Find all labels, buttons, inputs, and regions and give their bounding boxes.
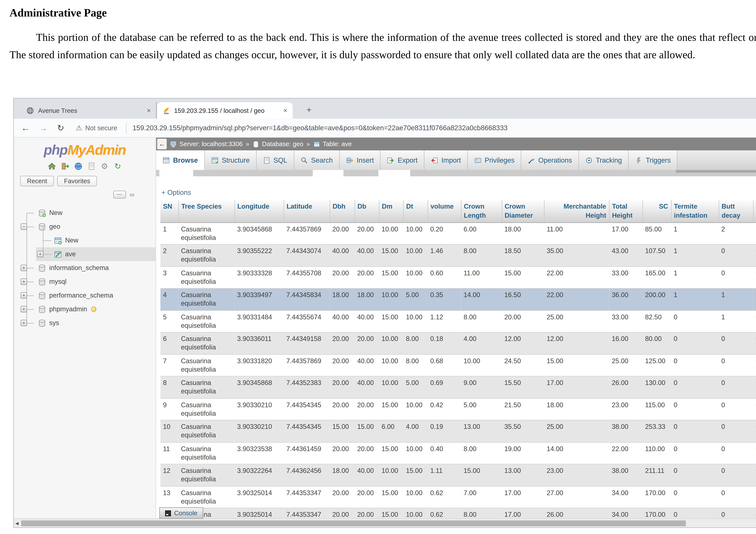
table-row[interactable]: 3Casuarina equisetifolia3.903333287.4435… — [160, 267, 756, 288]
scroll-left-icon[interactable]: ◀ — [15, 521, 19, 526]
cell: 8.00 — [403, 332, 428, 354]
table-row[interactable]: 4Casuarina equisetifolia3.903394977.4434… — [160, 288, 756, 310]
table-row[interactable]: 9Casuarina equisetifolia3.903302107.4435… — [160, 398, 756, 420]
close-tab-icon[interactable]: × — [146, 106, 152, 115]
table-row[interactable]: 2Casuarina equisetifolia3.903552227.4434… — [160, 244, 756, 266]
logout-icon[interactable] — [60, 161, 69, 171]
cell: 22.00 — [609, 442, 643, 464]
column-header-sc[interactable]: SC — [642, 200, 671, 222]
column-header-dbh[interactable]: Dbh — [330, 200, 355, 222]
column-header-merchantable-height[interactable]: Merchantable Height — [544, 200, 609, 222]
sidebar-item-mysql[interactable]: +mysql — [14, 275, 156, 289]
table-row[interactable]: 10Casuarina equisetifolia3.903302107.443… — [160, 420, 756, 442]
cell: 15.00 — [379, 398, 403, 420]
forward-icon[interactable]: → — [39, 123, 48, 133]
table-row[interactable]: 8Casuarina equisetifolia3.903458687.4435… — [160, 376, 756, 398]
sidebar-item-new[interactable]: New — [14, 234, 156, 247]
tab-import[interactable]: Import — [424, 150, 468, 170]
frame-back-icon[interactable]: ← — [157, 139, 167, 149]
table-row[interactable]: 1Casuarina equisetifolia3.903458687.4435… — [160, 222, 756, 244]
tab-privileges[interactable]: Privileges — [468, 150, 522, 170]
column-header-dt[interactable]: Dt — [403, 200, 428, 222]
cell: 7.44354345 — [284, 398, 330, 420]
globe-icon[interactable] — [74, 161, 83, 171]
browser-tab-phpmyadmin[interactable]: PMA 159.203.29.155 / localhost / geo × — [157, 102, 293, 119]
expand-icon[interactable]: + — [21, 265, 27, 271]
operations-icon — [528, 156, 535, 164]
tab-export[interactable]: Export — [381, 150, 424, 170]
recent-button[interactable]: Recent — [20, 176, 54, 186]
column-header-latitude[interactable]: Latitude — [284, 200, 330, 222]
new-tab-button[interactable]: + — [302, 103, 316, 117]
table-row[interactable]: 13Casuarina equisetifolia3.903250147.443… — [160, 486, 756, 508]
tab-operations[interactable]: Operations — [521, 150, 579, 170]
home-icon[interactable] — [47, 161, 56, 171]
table-row[interactable]: 7Casuarina equisetifolia3.903318207.4435… — [160, 354, 756, 376]
table-crumb-icon — [313, 141, 320, 148]
collapse-icon[interactable]: − — [21, 223, 27, 230]
table-row[interactable]: 6Casuarina equisetifolia3.903360117.4434… — [160, 332, 756, 354]
sidebar-item-ave[interactable]: +ave — [14, 247, 156, 261]
tab-search[interactable]: Search — [294, 150, 340, 170]
tab-structure[interactable]: Structure — [205, 150, 256, 170]
column-header-longitude[interactable]: Longitude — [234, 200, 284, 222]
expand-icon[interactable]: + — [21, 320, 27, 326]
console-button[interactable]: Console — [159, 507, 203, 519]
collapse-all-button[interactable]: — — [113, 191, 126, 199]
settings-icon[interactable]: ⚙ — [100, 161, 109, 171]
column-header-crown-length[interactable]: Crown Length — [461, 200, 502, 222]
tab-insert[interactable]: Insert — [340, 150, 381, 170]
sidebar-item-phpmyadmin[interactable]: +phpmyadmin — [14, 302, 156, 316]
column-header-crown-diameter[interactable]: Crown Diameter — [502, 200, 544, 222]
column-header-dm[interactable]: Dm — [379, 200, 403, 222]
tab-triggers[interactable]: Triggers — [629, 150, 678, 170]
tab-tracking[interactable]: Tracking — [579, 150, 629, 170]
table-row[interactable]: 5Casuarina equisetifolia3.903314847.4435… — [160, 310, 756, 332]
column-header-tree-species[interactable]: Tree Species — [178, 200, 234, 222]
back-icon[interactable]: ← — [21, 123, 30, 133]
refresh-icon[interactable]: ↻ — [113, 161, 122, 171]
breadcrumb-server-localhost-3306[interactable]: Server: localhost:3306 — [170, 140, 243, 148]
address-bar[interactable]: 159.203.29.155/phpmyadmin/sql.php?server… — [133, 124, 756, 132]
tab-sql[interactable]: SQL — [256, 150, 294, 170]
column-header-termite-infestation[interactable]: Termite infestation — [671, 200, 719, 222]
security-indicator[interactable]: ⚠ Not secure — [76, 124, 117, 132]
sidebar-item-performance-schema[interactable]: +performance_schema — [14, 289, 156, 302]
sidebar-item-information-schema[interactable]: +information_schema — [14, 261, 156, 275]
expand-icon[interactable]: + — [21, 292, 27, 298]
tab-browse[interactable]: Browse — [156, 150, 205, 170]
breadcrumb-table-ave[interactable]: Table: ave — [313, 140, 352, 148]
table-row[interactable]: 12Casuarina equisetifolia3.903222647.443… — [160, 464, 756, 486]
docs-icon[interactable] — [87, 161, 96, 171]
horizontal-scrollbar[interactable]: ◀ ▶ — [14, 519, 756, 527]
cell: 0 — [719, 267, 753, 288]
expand-icon[interactable]: + — [21, 278, 27, 285]
favorites-button[interactable]: Favorites — [57, 176, 97, 186]
cell: 0.62 — [428, 486, 461, 508]
cell: 4.00 — [461, 332, 502, 354]
breadcrumb-database-geo[interactable]: Database: geo — [253, 140, 303, 148]
table-row[interactable]: 14Casuarina equisetifolia3.903250147.443… — [160, 508, 756, 519]
link-icon[interactable]: ∞ — [130, 191, 134, 199]
column-header-leaf-decay[interactable]: Leaf decay — [753, 200, 756, 222]
reload-icon[interactable]: ↻ — [57, 123, 64, 133]
sidebar-item-geo[interactable]: −geo — [14, 220, 156, 234]
column-header-sn[interactable]: SN — [160, 200, 178, 222]
tab-scroll-strip[interactable] — [156, 170, 756, 176]
close-tab-icon[interactable]: × — [282, 106, 288, 115]
horizontal-scrollbar-thumb[interactable] — [21, 520, 686, 526]
table-row[interactable]: 11Casuarina equisetifolia3.903235387.443… — [160, 442, 756, 464]
options-toggle[interactable]: + Options — [161, 188, 191, 197]
sidebar-item-new[interactable]: New — [14, 206, 156, 220]
column-header-volume[interactable]: volume — [428, 200, 461, 222]
cell: 8 — [160, 376, 178, 398]
expand-icon[interactable]: + — [37, 251, 43, 257]
expand-icon[interactable]: + — [21, 306, 27, 312]
column-header-db[interactable]: Db — [355, 200, 379, 222]
sidebar-item-sys[interactable]: +sys — [14, 316, 156, 330]
cell: 3.90330210 — [234, 420, 284, 442]
column-header-butt-decay[interactable]: Butt decay — [719, 200, 753, 222]
cell: 7.44355674 — [284, 310, 330, 332]
browser-tab-avenue-trees[interactable]: Avenue Trees × — [21, 102, 157, 119]
column-header-total-height[interactable]: Total Height — [609, 200, 643, 222]
